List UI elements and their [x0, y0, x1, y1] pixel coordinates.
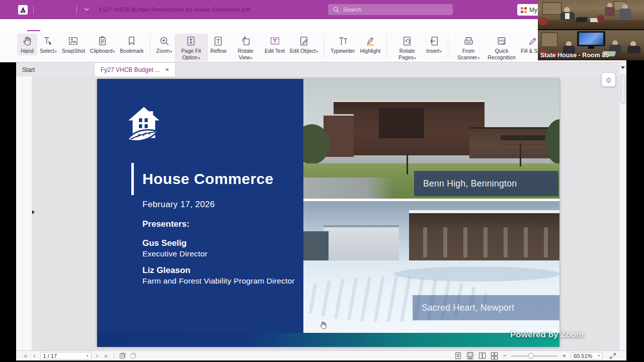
zoom-slider[interactable]	[511, 355, 557, 356]
shape	[539, 17, 547, 25]
organize[interactable]	[66, 19, 79, 31]
ai-assistant[interactable]	[171, 19, 184, 31]
page-fit-option[interactable]: Page Fit Option▾	[175, 34, 208, 61]
insert[interactable]: Insert▾	[424, 34, 444, 55]
last-page-button[interactable]: »	[103, 352, 109, 359]
fullscreen-icon[interactable]	[609, 352, 616, 359]
screen: Fy27 VHCB Budget Presentation for House …	[0, 0, 644, 362]
ai-robot-icon	[605, 75, 612, 85]
view[interactable]	[93, 19, 106, 31]
new-tab-page-icon[interactable]	[119, 352, 126, 359]
zoom[interactable]: Zoom▾	[154, 34, 175, 55]
rotate-view-icon	[240, 35, 252, 47]
collapse-toolbar-chevron-icon[interactable]	[83, 6, 91, 14]
letterbox-right	[626, 60, 644, 362]
divider	[33, 6, 34, 14]
continuous-view-icon[interactable]	[466, 351, 474, 360]
video-tile-state-house-room35[interactable]: State House - Room 35	[538, 30, 644, 60]
ai-assistant-fab[interactable]	[602, 73, 615, 86]
fill-sign-icon	[527, 35, 538, 47]
foxit-app-logo-icon	[18, 5, 28, 15]
search-placeholder: Search	[343, 7, 361, 13]
apps-grid-icon	[521, 7, 527, 13]
rotate-pages[interactable]: Rotate Pages▾	[390, 34, 424, 61]
toolbar-separator	[150, 35, 150, 58]
zoom-level: 60.51%	[574, 353, 592, 359]
edit-object-icon	[298, 35, 310, 47]
scrollbar-thumb[interactable]	[620, 74, 625, 104]
snapshot[interactable]: SnapShot	[59, 34, 88, 55]
zoom-slider-knob[interactable]	[528, 353, 534, 358]
from-scanner-icon	[463, 35, 474, 47]
tab-fy27-vhcb-budget[interactable]: Fy27 VHCB Budget ... ✕	[95, 63, 176, 76]
shape	[407, 154, 408, 174]
zoom-in-button[interactable]: +	[561, 352, 567, 359]
shape	[303, 177, 394, 199]
page-navigation: « ‹ 1 / 17 ▾ › »	[22, 352, 137, 359]
photo-benn-high: Benn High, Bennington	[303, 79, 559, 199]
home[interactable]	[27, 19, 40, 31]
rotate-pages-icon	[401, 35, 413, 47]
video-tile-committee-room[interactable]	[538, 0, 644, 30]
select[interactable]: Select▾	[37, 34, 59, 55]
shape	[520, 143, 521, 166]
panel-expand-handle[interactable]	[31, 208, 36, 217]
quick-recognition[interactable]: OCR Quick Recognition	[485, 34, 518, 61]
single-page-view-icon[interactable]	[454, 351, 462, 360]
vertical-scrollbar[interactable]	[619, 62, 626, 350]
rotate-view[interactable]: Rotate View▾	[229, 34, 262, 61]
scroll-arrow[interactable]	[621, 66, 625, 69]
divider	[76, 6, 77, 14]
file[interactable]	[14, 19, 27, 31]
presenters-heading: Presenters:	[142, 219, 190, 229]
from-scanner[interactable]: From Scanner▾	[452, 34, 485, 61]
edit-object[interactable]: Edit Object▾	[287, 34, 320, 55]
hand-icon	[22, 35, 33, 47]
edit-text-icon	[269, 35, 281, 47]
next-page-button[interactable]: ›	[95, 352, 100, 359]
typewriter[interactable]: Typewriter	[328, 34, 357, 55]
bookmark-icon	[126, 35, 137, 47]
convert[interactable]	[40, 19, 53, 31]
view-controls: − + 60.51% ▾	[454, 351, 616, 360]
edit-text[interactable]: Edit Text	[262, 34, 287, 55]
search-input[interactable]: Search	[328, 4, 453, 15]
video-tile-label: State House - Room 35	[540, 52, 609, 59]
hand[interactable]: Hand	[17, 34, 37, 55]
typewriter-icon	[337, 35, 349, 47]
help[interactable]	[158, 19, 171, 31]
page-number-input[interactable]: 1 / 17 ▾	[40, 352, 92, 359]
divider	[114, 352, 114, 359]
previous-page-button[interactable]: ‹	[32, 352, 37, 359]
zoom-slider-track[interactable]	[511, 355, 557, 356]
highlight[interactable]: Highlight	[357, 34, 383, 55]
facing-view-icon[interactable]	[478, 351, 487, 360]
edit[interactable]	[53, 19, 66, 31]
continuous-facing-view-icon[interactable]	[490, 351, 499, 360]
presenter: Gus Seelig Executive Director	[142, 238, 295, 258]
shape	[394, 266, 559, 282]
reflow-icon	[212, 35, 224, 47]
select-icon	[42, 35, 54, 47]
zoom-level-input[interactable]: 60.51% ▾	[571, 352, 603, 359]
accessibility[interactable]	[145, 19, 158, 31]
protect[interactable]	[119, 19, 132, 31]
photo-caption: Sacred Heart, Newport	[413, 295, 559, 320]
hand-cursor	[319, 321, 327, 331]
first-page-button[interactable]: «	[22, 352, 29, 359]
insert-icon	[428, 35, 440, 47]
comment[interactable]	[79, 19, 93, 31]
tab-start[interactable]: Start	[16, 63, 95, 76]
duplicate-page-icon[interactable]	[129, 352, 137, 359]
close-tab-icon[interactable]: ✕	[165, 67, 169, 72]
clipboard[interactable]: Clipboard▾	[88, 34, 117, 55]
document-view[interactable]: House Commerce February 17, 2026 Present…	[32, 76, 619, 350]
slide-footer-gradient	[97, 333, 559, 347]
share[interactable]	[132, 19, 145, 31]
photo-caption: Benn High, Bennington	[414, 171, 558, 196]
form[interactable]	[106, 19, 119, 31]
reflow[interactable]: Reflow	[208, 34, 229, 55]
zoom-out-button[interactable]: −	[502, 352, 508, 359]
vhcb-logo-lockup	[126, 105, 170, 150]
bookmark[interactable]: Bookmark	[117, 34, 146, 55]
